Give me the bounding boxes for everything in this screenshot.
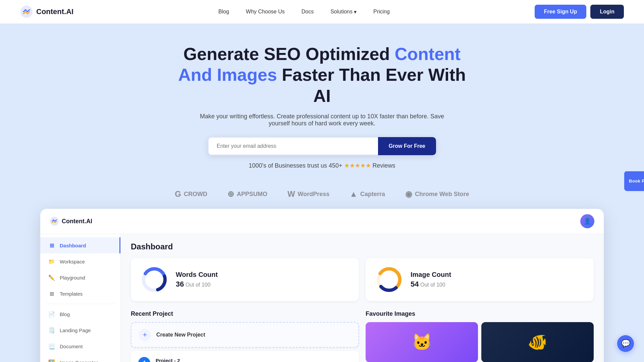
chat-icon: 💬 (621, 339, 630, 348)
book-demo-button[interactable]: Book Personalized Demo (624, 171, 644, 191)
image-count-chart (376, 266, 402, 293)
recent-section: Recent Project + Create New Project f Pr… (131, 310, 594, 362)
logo-icon (20, 5, 33, 18)
email-input[interactable] (208, 137, 378, 155)
nav-actions: Free Sign Up Login (535, 5, 624, 19)
favourite-images-title: Favourite Images (366, 310, 594, 317)
email-form: Grow For Free (208, 137, 436, 155)
user-avatar[interactable]: 👤 (580, 214, 594, 228)
blog-icon: 📄 (48, 311, 55, 317)
hero-title: Generate SEO Optimized Content And Image… (171, 44, 473, 106)
sidebar-item-blog[interactable]: 📄 Blog (40, 306, 120, 322)
logo-appsumo: ⊕ APPSUMO (227, 189, 267, 199)
document-icon: 📃 (48, 343, 55, 350)
playground-icon: ✏️ (48, 274, 55, 281)
logo-wordpress: W WordPress (287, 189, 329, 199)
dashboard-body: ⊞ Dashboard 📁 Workspace ✏️ Playground ⊞ … (40, 234, 604, 362)
logo-crowd: G CROWD (175, 189, 207, 199)
partner-logos: G CROWD ⊕ APPSUMO W WordPress ▲ Capterra… (0, 189, 644, 199)
nav-link-pricing[interactable]: Pricing (373, 9, 390, 14)
nav-item-solutions[interactable]: Solutions ▾ (330, 9, 357, 15)
sidebar-item-landing-page[interactable]: 🗒️ Landing Page (40, 322, 120, 338)
dashboard-preview: Content.AI 👤 ⊞ Dashboard 📁 Workspace ✏️ … (40, 209, 604, 362)
stats-row: Words Count 36 Out of 100 (131, 258, 594, 301)
sidebar-item-playground[interactable]: ✏️ Playground (40, 269, 120, 286)
logo-capterra: ▲ Capterra (350, 189, 385, 199)
dashboard-title: Dashboard (131, 242, 594, 251)
sidebar-item-templates[interactable]: ⊞ Templates (40, 286, 120, 302)
hero-subtitle: Make your writing effortless. Create pro… (195, 113, 449, 127)
trust-text: 1000's of Businesses trust us 450+ ★★★★★… (195, 162, 449, 169)
chevron-down-icon: ▾ (354, 9, 357, 15)
words-count-info: Words Count 36 Out of 100 (176, 271, 218, 289)
login-button[interactable]: Login (590, 5, 624, 19)
project-menu-dots[interactable]: ⋯ (345, 359, 352, 362)
favourite-images-panel: Favourite Images 🐱 🐠 (366, 310, 594, 362)
grow-for-free-button[interactable]: Grow For Free (378, 137, 436, 155)
sidebar-divider (46, 304, 115, 304)
nav-item-why[interactable]: Why Choose Us (246, 9, 285, 15)
chat-widget-button[interactable]: 💬 (617, 335, 634, 352)
nav-item-blog[interactable]: Blog (218, 9, 229, 15)
dash-brand-logo: Content.AI (50, 217, 92, 226)
image-generator-icon: 🖼️ (48, 359, 55, 362)
image-count-card: Image Count 54 Out of 100 (366, 258, 594, 301)
sidebar-item-image-generator[interactable]: 🖼️ Image Generator (40, 354, 120, 362)
recent-projects-title: Recent Project (131, 310, 359, 317)
favourite-images-grid: 🐱 🐠 (366, 322, 594, 362)
nav-link-solutions[interactable]: Solutions ▾ (330, 9, 357, 15)
brand-name: Content.AI (36, 7, 73, 16)
sidebar-item-document[interactable]: 📃 Document (40, 338, 120, 354)
sidebar: ⊞ Dashboard 📁 Workspace ✏️ Playground ⊞ … (40, 234, 121, 362)
free-signup-button[interactable]: Free Sign Up (535, 5, 587, 19)
sidebar-item-dashboard[interactable]: ⊞ Dashboard (40, 237, 120, 253)
nav-link-docs[interactable]: Docs (302, 9, 314, 14)
navbar: Content.AI Blog Why Choose Us Docs Solut… (0, 0, 644, 23)
templates-icon: ⊞ (48, 290, 55, 297)
landing-page-icon: 🗒️ (48, 327, 55, 334)
project-name: Project - 2 (156, 358, 339, 362)
fav-image-fish[interactable]: 🐠 (481, 322, 594, 362)
svg-point-0 (20, 6, 33, 18)
words-count-card: Words Count 36 Out of 100 (131, 258, 359, 301)
create-new-project-card[interactable]: + Create New Project (131, 322, 359, 348)
logo-chrome: ◉ Chrome Web Store (405, 189, 469, 199)
nav-link-why[interactable]: Why Choose Us (246, 9, 285, 14)
create-plus-icon: + (139, 329, 151, 341)
fav-image-cat[interactable]: 🐱 (366, 322, 478, 362)
recent-projects-panel: Recent Project + Create New Project f Pr… (131, 310, 359, 362)
workspace-icon: 📁 (48, 258, 55, 265)
sidebar-item-workspace[interactable]: 📁 Workspace (40, 253, 120, 269)
brand-logo[interactable]: Content.AI (20, 5, 73, 18)
nav-item-docs[interactable]: Docs (302, 9, 314, 15)
dashboard-icon: ⊞ (48, 242, 55, 249)
nav-links: Blog Why Choose Us Docs Solutions ▾ Pric… (218, 9, 390, 15)
image-count-info: Image Count 54 Out of 100 (411, 271, 451, 289)
nav-item-pricing[interactable]: Pricing (373, 9, 390, 15)
project-card-2[interactable]: f Project - 2 Modified: 01 Sep 2022 ⋯ (131, 351, 359, 362)
svg-point-1 (50, 217, 59, 226)
project-cards: + Create New Project f Project - 2 Modif… (131, 322, 359, 362)
project-info: Project - 2 Modified: 01 Sep 2022 (156, 358, 339, 362)
dashboard-header: Content.AI 👤 (40, 209, 604, 234)
hero-section: Generate SEO Optimized Content And Image… (0, 23, 644, 189)
project-facebook-icon: f (138, 357, 150, 362)
nav-link-blog[interactable]: Blog (218, 9, 229, 14)
dashboard-main: Dashboard Words Count 36 Out of 100 (121, 234, 604, 362)
dash-logo-icon (50, 217, 59, 226)
words-count-chart (141, 266, 168, 293)
create-project-label: Create New Project (156, 332, 205, 338)
